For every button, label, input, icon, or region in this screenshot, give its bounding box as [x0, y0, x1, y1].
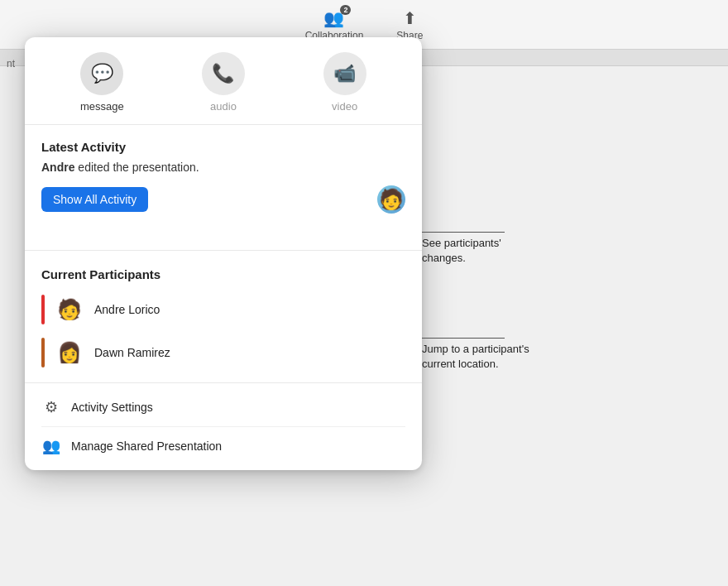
annotation-location: Jump to a participant'scurrent location.	[422, 338, 529, 372]
divider-1	[25, 250, 422, 251]
left-panel-label: nt	[7, 58, 15, 70]
show-all-activity-button[interactable]: Show All Activity	[41, 187, 148, 212]
audio-button[interactable]: 📞 audio	[190, 52, 256, 113]
message-label: message	[80, 100, 124, 113]
video-icon: 📹	[333, 63, 356, 84]
audio-label: audio	[210, 100, 237, 113]
participant-andre-emoji: 🧑	[57, 300, 82, 319]
annotation-text-1: See participants'changes.	[422, 236, 501, 266]
share-toolbar-item[interactable]: ⬆ Share	[396, 8, 423, 41]
annotation-line-2	[422, 338, 505, 339]
video-button[interactable]: 📹 video	[312, 52, 378, 113]
participant-dawn[interactable]: 👩 Dawn Ramirez	[41, 331, 405, 374]
activity-action-row: Show All Activity 🧑	[41, 185, 405, 214]
audio-icon-circle: 📞	[202, 52, 245, 95]
share-icon: ⬆	[403, 8, 417, 28]
participant-dawn-avatar: 👩	[55, 338, 84, 367]
annotation-text-2: Jump to a participant'scurrent location.	[422, 342, 529, 372]
annotation-line-1	[422, 232, 505, 233]
collaboration-badge: 2	[340, 5, 351, 15]
latest-activity-section: Latest Activity Andre edited the present…	[25, 125, 422, 242]
activity-settings-icon: ⚙	[41, 398, 61, 416]
video-icon-circle: 📹	[323, 52, 366, 95]
collaboration-toolbar-item[interactable]: 👥2 Collaboration	[305, 8, 364, 41]
activity-description: Andre edited the presentation.	[41, 161, 405, 174]
audio-icon: 📞	[212, 63, 234, 84]
participant-dawn-name: Dawn Ramirez	[94, 346, 170, 359]
manage-shared-item[interactable]: 👥 Manage Shared Presentation	[41, 427, 405, 465]
participant-dawn-emoji: 👩	[57, 343, 82, 363]
participants-title: Current Participants	[41, 267, 405, 281]
participant-andre-color-bar	[41, 295, 45, 324]
activity-avatar-emoji: 🧑	[379, 190, 404, 209]
manage-shared-icon: 👥	[41, 437, 61, 455]
activity-action: edited the presentation.	[74, 161, 199, 174]
participant-andre[interactable]: 🧑 Andre Lorico	[41, 288, 405, 331]
communication-row: 💬 message 📞 audio 📹 video	[25, 37, 422, 125]
participant-andre-avatar: 🧑	[55, 295, 84, 324]
collaboration-icon: 👥2	[323, 8, 344, 28]
manage-shared-label: Manage Shared Presentation	[71, 440, 222, 453]
participants-section: Current Participants 🧑 Andre Lorico 👩 Da…	[25, 259, 422, 382]
participant-dawn-color-bar	[41, 338, 45, 367]
menu-section: ⚙ Activity Settings 👥 Manage Shared Pres…	[25, 382, 422, 470]
activity-avatar: 🧑	[377, 185, 405, 214]
annotation-changes: See participants'changes.	[422, 232, 505, 266]
video-label: video	[332, 100, 357, 113]
message-icon-circle: 💬	[80, 52, 123, 95]
participant-andre-name: Andre Lorico	[94, 303, 160, 316]
message-button[interactable]: 💬 message	[69, 52, 135, 113]
latest-activity-title: Latest Activity	[41, 140, 405, 154]
activity-actor: Andre	[41, 161, 74, 174]
activity-settings-item[interactable]: ⚙ Activity Settings	[41, 388, 405, 427]
activity-settings-label: Activity Settings	[71, 401, 153, 414]
message-icon: 💬	[91, 63, 113, 84]
collaboration-popover: 💬 message 📞 audio 📹 video Latest Activit…	[25, 37, 422, 470]
